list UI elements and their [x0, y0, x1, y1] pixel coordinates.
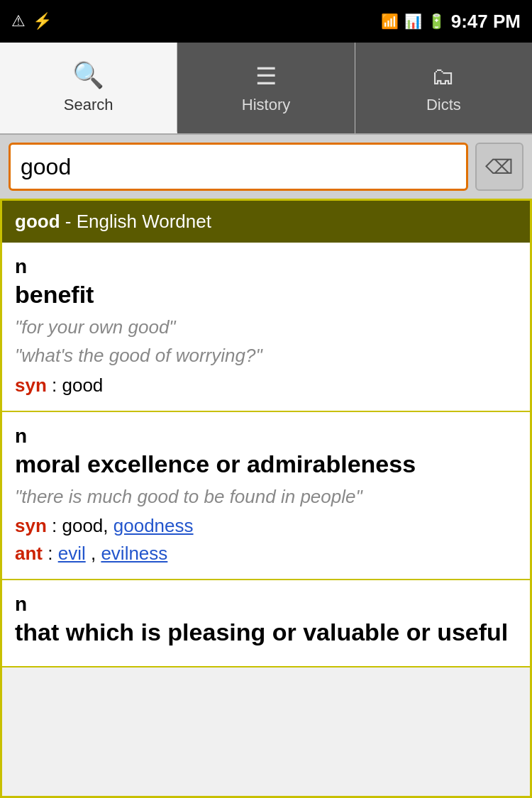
tab-search[interactable]: 🔍 Search: [0, 43, 177, 133]
history-tab-label: History: [242, 96, 290, 114]
wifi-icon: 📶: [381, 13, 399, 30]
ant-line-2: ant : evil , evilness: [15, 543, 517, 565]
tab-bar: 🔍 Search ☰ History 🗂 Dicts: [0, 43, 532, 135]
tab-dicts[interactable]: 🗂 Dicts: [355, 43, 532, 133]
syn-label-2: syn: [15, 515, 47, 536]
ant-label-2: ant: [15, 543, 43, 564]
pos-1: n: [15, 255, 517, 278]
results-area[interactable]: good - English Wordnet n benefit "for yo…: [0, 199, 532, 798]
search-tab-label: Search: [64, 96, 113, 114]
ant-link-evilness[interactable]: evilness: [101, 543, 167, 564]
tab-history[interactable]: ☰ History: [177, 43, 355, 133]
clear-button[interactable]: ⌫: [475, 143, 523, 191]
search-bar: ⌫: [0, 135, 532, 199]
search-input[interactable]: [9, 143, 468, 191]
example-1b: "what's the good of worrying?": [15, 343, 517, 368]
definition-entry-2: n moral excellence or admirableness "the…: [2, 412, 530, 580]
def-word-2: moral excellence or admirableness: [15, 450, 517, 478]
syn-line-1: syn : good: [15, 375, 517, 397]
syn-colon-2: : good,: [52, 515, 113, 536]
pos-3: n: [15, 593, 517, 616]
dict-header-separator: - English Wordnet: [65, 211, 211, 232]
syn-label-1: syn: [15, 375, 47, 396]
warning-icon: ⚠: [11, 12, 26, 31]
dict-header: good - English Wordnet: [2, 201, 530, 243]
battery-icon: 🔋: [428, 13, 445, 30]
backspace-icon: ⌫: [485, 155, 514, 179]
syn-colon-1: : good: [52, 375, 103, 396]
status-bar: ⚠ ⚡ 📶 📊 🔋 9:47 PM: [0, 0, 532, 43]
definition-entry-1: n benefit "for your own good" "what's th…: [2, 243, 530, 412]
pos-2: n: [15, 425, 517, 448]
dict-header-text: good - English Wordnet: [15, 211, 211, 232]
ant-link-evil[interactable]: evil: [58, 543, 86, 564]
def-word-1: benefit: [15, 281, 517, 309]
definition-entry-3: n that which is pleasing or valuable or …: [2, 580, 530, 667]
syn-line-2: syn : good, goodness: [15, 515, 517, 537]
dict-header-word: good: [15, 211, 60, 232]
example-1a: "for your own good": [15, 314, 517, 340]
def-word-3: that which is pleasing or valuable or us…: [15, 619, 517, 646]
ant-colon-2: :: [48, 543, 57, 564]
search-tab-icon: 🔍: [72, 60, 104, 90]
syn-link-goodness[interactable]: goodness: [113, 515, 194, 536]
dicts-tab-icon: 🗂: [431, 62, 455, 90]
usb-icon: ⚡: [33, 12, 52, 31]
status-left-icons: ⚠ ⚡: [11, 12, 52, 31]
status-time: 9:47 PM: [451, 11, 521, 33]
example-2a: "there is much good to be found in peopl…: [15, 484, 517, 509]
signal-bars-icon: 📊: [404, 13, 422, 30]
status-right-icons: 📶 📊 🔋 9:47 PM: [381, 11, 521, 33]
dicts-tab-label: Dicts: [426, 96, 461, 114]
ant-comma-2: ,: [91, 543, 101, 564]
history-tab-icon: ☰: [255, 62, 277, 90]
